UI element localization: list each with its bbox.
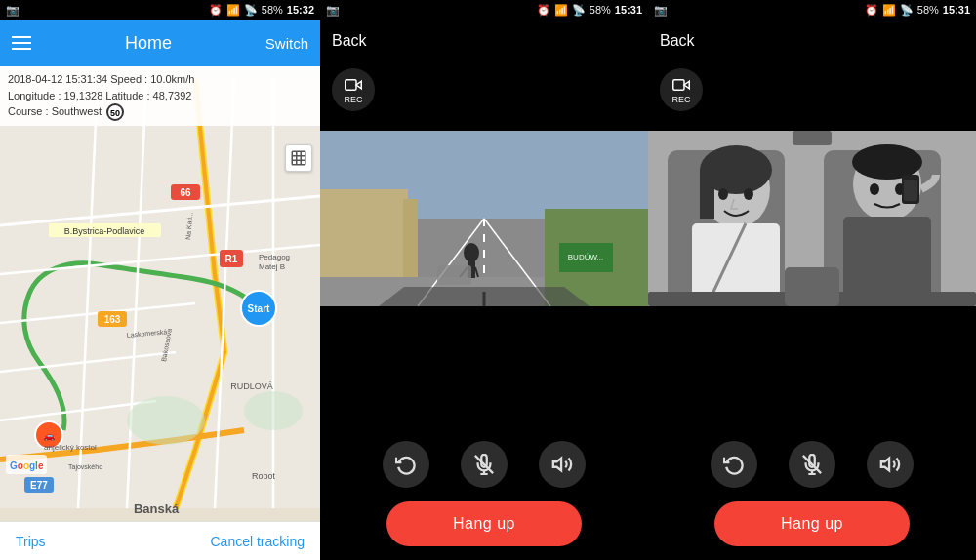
google-logo: Google bbox=[6, 455, 47, 474]
video1-camera-icon: 📷 bbox=[326, 4, 340, 17]
video2-signal-icon: 📡 bbox=[900, 4, 914, 17]
svg-marker-69 bbox=[684, 81, 689, 89]
svg-text:B.Bystrica-Podlavice: B.Bystrica-Podlavice bbox=[64, 226, 145, 236]
video2-status-bar: 📷 ⏰ 📶 📡 58% 15:31 bbox=[648, 0, 976, 20]
cancel-tracking-button[interactable]: Cancel tracking bbox=[211, 534, 305, 549]
video1-wifi-icon: 📶 bbox=[554, 4, 568, 17]
svg-text:🚗: 🚗 bbox=[43, 429, 56, 442]
svg-rect-89 bbox=[793, 131, 832, 145]
rec2-label: REC bbox=[671, 95, 690, 104]
mic-icon bbox=[473, 454, 495, 475]
speaker2-icon bbox=[879, 454, 901, 475]
svg-text:Bystrica: Bystrica bbox=[131, 518, 182, 521]
video2-wifi-icon: 📶 bbox=[882, 4, 896, 17]
video1-back-button[interactable]: Back bbox=[332, 32, 367, 50]
svg-text:BUDÚW...: BUDÚW... bbox=[568, 253, 603, 261]
system-icons: ⏰ 📶 📡 58% 15:32 bbox=[209, 4, 314, 17]
svg-rect-76 bbox=[700, 170, 714, 219]
rotate2-icon bbox=[723, 454, 745, 475]
video2-black-bottom bbox=[648, 306, 976, 431]
video2-battery-icon: 58% bbox=[917, 4, 939, 16]
svg-text:66: 66 bbox=[180, 187, 191, 198]
video2-rec-button[interactable]: REC bbox=[660, 68, 703, 111]
video2-content: REC bbox=[648, 62, 976, 431]
video1-top-bar: Back bbox=[320, 20, 648, 62]
video2-hang-up-area: Hang up bbox=[648, 496, 976, 560]
front-camera-svg: BUDÚW... bbox=[320, 131, 648, 306]
video2-camera-icon: 📷 bbox=[654, 4, 668, 17]
svg-marker-45 bbox=[356, 81, 361, 89]
map-app-bar: Home Switch bbox=[0, 20, 320, 66]
map-svg: 163 E77 66 R1 B.Bystrica-Podlavice Start… bbox=[0, 66, 320, 521]
video2-rotate-button[interactable] bbox=[711, 441, 757, 488]
video1-feed: BUDÚW... bbox=[320, 131, 648, 306]
video2-hang-up-button[interactable]: Hang up bbox=[714, 501, 910, 546]
svg-text:Matej B: Matej B bbox=[259, 262, 285, 271]
svg-text:Tajovského: Tajovského bbox=[68, 463, 102, 471]
svg-marker-68 bbox=[553, 459, 561, 471]
trips-button[interactable]: Trips bbox=[16, 534, 46, 549]
video2-feed bbox=[648, 131, 976, 306]
svg-rect-90 bbox=[785, 267, 839, 306]
svg-text:Start: Start bbox=[248, 303, 270, 314]
video-camera-icon bbox=[345, 76, 362, 94]
video-panel-front: 📷 ⏰ 📶 📡 58% 15:31 Back REC bbox=[320, 0, 648, 560]
video1-rotate-button[interactable] bbox=[383, 441, 429, 488]
video1-black-bottom bbox=[320, 306, 648, 431]
video2-speaker-button[interactable] bbox=[867, 441, 914, 488]
hamburger-menu-button[interactable] bbox=[12, 36, 31, 50]
video2-top-bar: Back bbox=[648, 20, 976, 62]
camera-status-icon: 📷 bbox=[6, 4, 20, 17]
video2-back-button[interactable]: Back bbox=[660, 32, 695, 50]
info-line1: 2018-04-12 15:31:34 Speed : 10.0km/h bbox=[8, 71, 312, 88]
video1-hang-up-button[interactable]: Hang up bbox=[386, 501, 582, 546]
alarm-icon: ⏰ bbox=[209, 4, 223, 17]
interior-camera-svg bbox=[648, 131, 976, 306]
svg-marker-94 bbox=[881, 459, 889, 471]
info-line3: Course : Southwest 50 bbox=[8, 103, 312, 121]
svg-text:163: 163 bbox=[104, 314, 121, 325]
video2-mic-button[interactable] bbox=[789, 441, 835, 488]
video1-mic-button[interactable] bbox=[461, 441, 508, 488]
svg-text:Robot: Robot bbox=[252, 471, 276, 481]
svg-rect-40 bbox=[292, 151, 305, 165]
svg-rect-46 bbox=[346, 79, 356, 90]
svg-rect-62 bbox=[437, 265, 471, 285]
mic2-icon bbox=[801, 454, 823, 475]
speed-limit-badge: 50 bbox=[106, 103, 124, 121]
map-view[interactable]: 163 E77 66 R1 B.Bystrica-Podlavice Start… bbox=[0, 66, 320, 521]
app-title: Home bbox=[125, 33, 172, 54]
switch-button[interactable]: Switch bbox=[265, 35, 308, 52]
video1-hang-up-area: Hang up bbox=[320, 496, 648, 560]
svg-point-79 bbox=[744, 188, 753, 200]
svg-point-34 bbox=[127, 396, 205, 445]
video1-signal-icon: 📡 bbox=[572, 4, 586, 17]
video2-system-icons: ⏰ 📶 📡 58% 15:31 bbox=[865, 4, 970, 17]
svg-text:anjelický kostol: anjelický kostol bbox=[44, 443, 97, 452]
video2-controls bbox=[648, 431, 976, 496]
wifi-icon: 📶 bbox=[226, 4, 240, 17]
video2-alarm-icon: ⏰ bbox=[865, 4, 878, 17]
svg-point-84 bbox=[870, 183, 879, 195]
video1-content: REC bbox=[320, 62, 648, 431]
rotate-icon bbox=[395, 454, 417, 475]
svg-rect-87 bbox=[904, 180, 917, 201]
video-panel-interior: 📷 ⏰ 📶 📡 58% 15:31 Back REC bbox=[648, 0, 976, 560]
svg-point-82 bbox=[852, 144, 922, 180]
video1-speaker-button[interactable] bbox=[539, 441, 586, 488]
map-panel: 📷 ⏰ 📶 📡 58% 15:32 Home Switch 2018-04-12… bbox=[0, 0, 320, 560]
svg-text:RUDLOVÁ: RUDLOVÁ bbox=[230, 381, 273, 391]
rec-label: REC bbox=[344, 95, 362, 104]
svg-text:R1: R1 bbox=[225, 254, 238, 264]
map-layers-button[interactable] bbox=[285, 144, 312, 172]
hamburger-line-2 bbox=[12, 42, 31, 44]
svg-text:Pedagog: Pedagog bbox=[259, 253, 290, 261]
video1-rec-button[interactable]: REC bbox=[332, 68, 375, 111]
svg-point-35 bbox=[244, 391, 303, 430]
map-status-bar: 📷 ⏰ 📶 📡 58% 15:32 bbox=[0, 0, 320, 20]
hamburger-line-1 bbox=[12, 36, 31, 38]
video1-controls bbox=[320, 431, 648, 496]
video1-battery-icon: 58% bbox=[590, 4, 611, 16]
info-overlay: 2018-04-12 15:31:34 Speed : 10.0km/h Lon… bbox=[0, 66, 320, 126]
svg-text:Banská: Banská bbox=[134, 501, 180, 516]
